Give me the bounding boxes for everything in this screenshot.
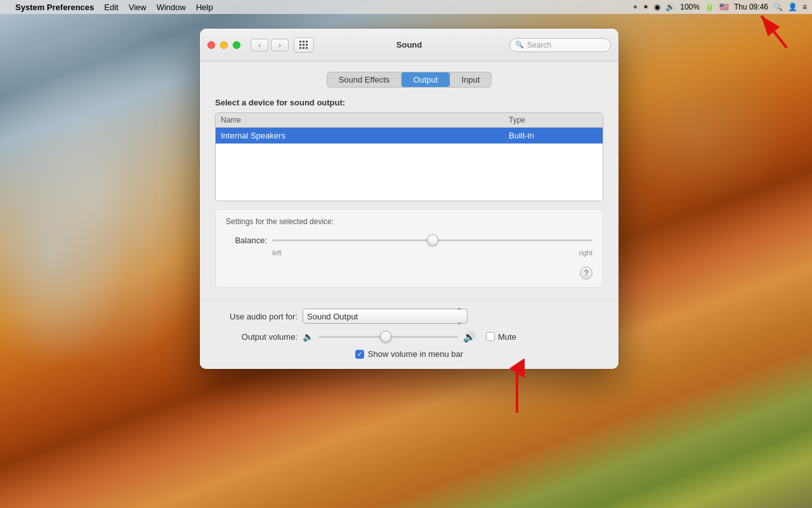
search-placeholder: Search — [527, 41, 551, 50]
nav-buttons: ‹ › — [251, 39, 289, 51]
grid-dot — [306, 41, 308, 43]
output-section-label: Select a device for sound output: — [215, 98, 603, 107]
battery-icon: 🔋 — [705, 3, 714, 11]
show-volume-checkbox[interactable]: ✓ — [355, 350, 364, 359]
mute-label: Mute — [498, 332, 516, 342]
volume-slider[interactable] — [318, 330, 458, 343]
grid-button[interactable] — [294, 37, 314, 53]
window-content: Sound Effects Output Input Select a devi… — [200, 62, 619, 300]
back-button[interactable]: ‹ — [251, 39, 268, 51]
balance-row: Balance: — [226, 234, 593, 246]
device-type: Built-in — [509, 131, 598, 140]
audio-port-row: Use audio port for: Sound Output ⌃⌄ — [215, 309, 603, 324]
menubar: System Preferences Edit View Window Help… — [0, 0, 812, 14]
grid-dot — [306, 44, 308, 46]
show-volume-label: Show volume in menu bar — [368, 349, 463, 359]
settings-label: Settings for the selected device: — [226, 217, 593, 226]
balance-left-label: left — [272, 249, 282, 257]
flag-icon: 🇺🇸 — [719, 3, 729, 11]
battery-percent: 100% — [680, 3, 700, 11]
tab-sound-effects[interactable]: Sound Effects — [327, 72, 402, 87]
volume-high-icon: 🔊 — [463, 331, 476, 343]
traffic-lights — [207, 41, 240, 49]
device-table: Name Type Internal Speakers Built-in — [215, 112, 603, 201]
menu-window[interactable]: Window — [157, 3, 186, 12]
balance-track — [272, 239, 593, 241]
menu-help[interactable]: Help — [196, 3, 213, 12]
volume-low-icon: 🔈 — [303, 331, 313, 342]
table-body: Internal Speakers Built-in — [216, 128, 603, 201]
tab-output[interactable]: Output — [401, 72, 449, 87]
user-icon: 👤 — [788, 3, 797, 11]
bottom-section: Use audio port for: Sound Output ⌃⌄ Outp… — [200, 300, 619, 369]
bluetooth-icon: ✶ — [643, 3, 649, 11]
help-button[interactable]: ? — [580, 267, 593, 279]
balance-slider[interactable] — [272, 234, 593, 246]
app-name[interactable]: System Preferences — [15, 3, 94, 12]
grid-dot — [299, 41, 301, 43]
grid-dot — [303, 41, 304, 43]
tab-group: Sound Effects Output Input — [327, 72, 492, 88]
grid-dot — [303, 47, 304, 49]
maximize-button[interactable] — [233, 41, 240, 49]
balance-thumb[interactable] — [427, 234, 438, 246]
wifi-icon: ◉ — [654, 3, 660, 11]
list-icon: ≡ — [802, 3, 807, 11]
grid-dot — [306, 47, 308, 49]
balance-labels: left right — [272, 249, 593, 257]
table-empty-area — [216, 144, 603, 201]
audio-port-dropdown[interactable]: Sound Output ⌃⌄ — [303, 309, 468, 324]
grid-dot — [299, 47, 301, 49]
grid-dot — [303, 44, 304, 46]
tabs-container: Sound Effects Output Input — [215, 72, 603, 88]
mute-checkbox[interactable] — [486, 332, 495, 341]
menu-view[interactable]: View — [129, 3, 147, 12]
search-icon: 🔍 — [515, 41, 524, 49]
audio-port-value: Sound Output — [307, 312, 358, 321]
volume-track — [318, 336, 458, 338]
search-menubar-icon[interactable]: 🔍 — [773, 3, 783, 11]
clock: Thu 09:46 — [734, 3, 768, 11]
show-volume-row: ✓ Show volume in menu bar — [215, 349, 603, 359]
location-icon: ⌖ — [633, 3, 638, 11]
window-title: Sound — [396, 40, 422, 50]
output-volume-label: Output volume: — [215, 332, 298, 342]
sound-window: ‹ › Sound 🔍 Search Sou — [200, 29, 619, 369]
menu-edit[interactable]: Edit — [104, 3, 118, 12]
audio-port-label: Use audio port for: — [215, 312, 298, 321]
col-header-name: Name — [221, 116, 509, 124]
grid-dot — [299, 44, 301, 46]
table-row[interactable]: Internal Speakers Built-in — [216, 128, 603, 144]
tab-input[interactable]: Input — [449, 72, 491, 87]
forward-button[interactable]: › — [271, 39, 289, 51]
balance-label: Balance: — [226, 236, 267, 245]
device-name: Internal Speakers — [221, 131, 509, 140]
col-header-type: Type — [509, 116, 598, 124]
volume-thumb[interactable] — [380, 331, 391, 342]
output-section: Select a device for sound output: Name T… — [215, 98, 603, 201]
balance-right-label: right — [579, 249, 593, 257]
settings-section: Settings for the selected device: Balanc… — [215, 209, 603, 288]
volume-row: Output volume: 🔈 🔊 Mute — [215, 330, 603, 343]
dropdown-arrow-icon: ⌃⌄ — [455, 306, 463, 326]
volume-menubar-icon[interactable]: 🔊 — [665, 3, 675, 11]
minimize-button[interactable] — [220, 41, 228, 49]
search-box[interactable]: 🔍 Search — [509, 38, 611, 52]
close-button[interactable] — [207, 41, 215, 49]
titlebar: ‹ › Sound 🔍 Search — [200, 29, 619, 62]
table-header: Name Type — [216, 113, 603, 128]
